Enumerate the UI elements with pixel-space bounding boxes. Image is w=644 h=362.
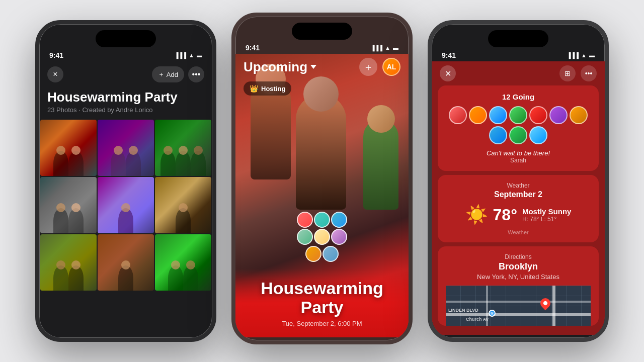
person-head-sim-2 (303, 76, 339, 112)
photo-thumb-2[interactable] (98, 120, 154, 176)
map-road-v-2 (552, 286, 555, 326)
person-12 (53, 265, 68, 291)
battery-icon-3: ▬ (589, 52, 595, 58)
upcoming-title-button[interactable]: Upcoming (244, 59, 316, 75)
cluster-avatar-1 (297, 212, 313, 228)
more-button[interactable]: ••• (188, 66, 204, 82)
phones-container: 9:41 ▐▐▐ ▲ ▬ × ＋ Add ••• Housewarming P (0, 0, 644, 362)
event-bottom-section: Housewarming Party Tue, September 2, 6:0… (235, 269, 409, 337)
person-16 (183, 265, 198, 291)
photo-thumb-7[interactable] (40, 234, 97, 291)
dynamic-island-3 (488, 30, 548, 47)
event-background-image: 👑 Hosting Housewarming Party Tue, Septem… (235, 54, 409, 337)
plus-icon: ＋ (158, 70, 165, 79)
status-time-2: 9:41 (246, 44, 260, 52)
map-road-h-1 (446, 301, 591, 303)
person-3 (111, 151, 126, 176)
person-1 (53, 151, 68, 176)
person-8 (53, 208, 68, 233)
phone-2: 9:41 ▐▐▐ ▲ ▬ Upcoming ＋ AL (231, 13, 413, 344)
people-overlay-6 (155, 200, 211, 233)
events-header-actions: ＋ AL (359, 58, 400, 76)
person-5 (160, 151, 176, 176)
status-icons-3: ▐▐▐ ▲ ▬ (567, 52, 595, 58)
person-11 (176, 208, 191, 233)
cluster-avatar-2 (314, 212, 330, 228)
people-overlay-5 (98, 200, 154, 233)
going-avatar-7 (570, 106, 588, 124)
status-bar-1: 9:41 ▐▐▐ ▲ ▬ (39, 47, 212, 61)
photo-thumb-4[interactable] (40, 177, 97, 233)
cluster-avatar-3 (331, 212, 347, 228)
photo-thumb-1[interactable] (40, 120, 97, 176)
weather-date: September 2 (446, 190, 591, 199)
photo-thumb-5[interactable] (98, 177, 154, 233)
calendar-button[interactable]: ⊞ (559, 65, 576, 81)
going-comment-author: Sarah (446, 157, 591, 164)
weather-attribution: Weather (446, 229, 591, 235)
add-button[interactable]: ＋ Add (152, 66, 184, 82)
map-label-church: Church Av (466, 317, 489, 322)
weather-description: Mostly Sunny H: 78° L: 51° (522, 207, 572, 223)
album-title: Housewarming Party (47, 89, 204, 105)
photos-header: × ＋ Add ••• (39, 61, 212, 86)
photos-title-section: Housewarming Party 23 Photos · Created b… (39, 86, 212, 120)
directions-sublocation: New York, NY, United States (446, 273, 591, 281)
map-container[interactable]: LINDEN BLVD Church Av M (446, 286, 591, 326)
person-14 (118, 265, 133, 291)
signal-icon-3: ▐▐▐ (567, 52, 579, 58)
cluster-avatar-8 (323, 246, 339, 262)
people-overlay-7 (40, 257, 97, 291)
going-avatar-6 (549, 106, 568, 124)
details-close-button[interactable]: ✕ (440, 65, 456, 81)
event-add-button[interactable]: ＋ (359, 58, 377, 76)
going-avatar-3 (489, 106, 507, 124)
going-avatar-5 (529, 106, 547, 124)
map-road-h-2 (446, 313, 591, 316)
status-time-3: 9:41 (442, 51, 456, 59)
battery-icon-2: ▬ (393, 45, 398, 51)
person-silhouette-3 (363, 119, 398, 210)
people-overlay-8 (98, 257, 154, 291)
going-avatar-8 (489, 126, 507, 144)
close-button[interactable]: × (47, 66, 63, 82)
weather-section: Weather September 2 ☀️ 78° Mostly Sunny … (438, 175, 599, 242)
photo-thumb-6[interactable] (155, 177, 211, 233)
photo-thumb-9[interactable] (155, 234, 211, 291)
event-date: Tue, September 2, 6:00 PM (244, 320, 400, 327)
album-subtitle: 23 Photos · Created by Andre Lorico (47, 106, 204, 114)
directions-section: Directions Brooklyn New York, NY, United… (438, 246, 599, 326)
people-overlay-3 (155, 142, 211, 176)
phone-3-content: ✕ ⊞ ••• 12 Going (432, 61, 605, 335)
cluster-avatar-5 (314, 229, 330, 245)
wifi-icon: ▲ (189, 52, 194, 58)
chevron-down-icon (310, 65, 316, 69)
dynamic-island-1 (96, 30, 156, 47)
sun-icon: ☀️ (465, 204, 488, 225)
metro-label: M (491, 312, 494, 315)
photo-thumb-8[interactable] (98, 234, 154, 291)
going-avatars (446, 106, 591, 144)
metro-marker: M (489, 310, 496, 317)
person-10 (118, 208, 133, 233)
photo-thumb-3[interactable] (155, 120, 211, 176)
signal-icon: ▐▐▐ (175, 52, 186, 58)
person-head-sim-3 (367, 105, 395, 133)
status-icons-1: ▐▐▐ ▲ ▬ (175, 52, 202, 58)
map-label-linden: LINDEN BLVD (448, 308, 478, 313)
photos-grid (39, 120, 212, 291)
cluster-avatar-4 (297, 229, 313, 245)
person-2 (68, 151, 84, 176)
person-15 (168, 265, 183, 291)
wifi-icon-3: ▲ (581, 52, 587, 58)
people-overlay-9 (155, 257, 211, 291)
going-section: 12 Going Can't wait to be there! Sarah (438, 85, 599, 171)
status-icons-2: ▐▐▐ ▲ ▬ (371, 45, 398, 51)
more-options-button[interactable]: ••• (581, 65, 597, 81)
hosting-badge: 👑 Hosting (244, 81, 291, 96)
weather-row: ☀️ 78° Mostly Sunny H: 78° L: 51° (446, 204, 591, 225)
going-avatar-10 (529, 126, 547, 144)
phone-1: 9:41 ▐▐▐ ▲ ▬ × ＋ Add ••• Housewarming P (35, 20, 216, 342)
status-bar-3: 9:41 ▐▐▐ ▲ ▬ (432, 47, 605, 61)
user-avatar[interactable]: AL (382, 58, 400, 76)
